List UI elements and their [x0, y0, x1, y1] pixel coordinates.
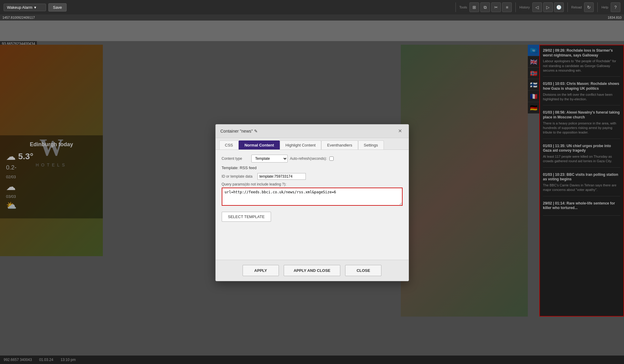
- history-clock-button[interactable]: 🕐: [554, 2, 564, 12]
- tab-highlight-content[interactable]: Highlight Content: [280, 140, 322, 150]
- ruler-coord-left: 1457.8100922409117: [2, 16, 35, 19]
- save-button[interactable]: Save: [48, 3, 67, 11]
- history-section: History ◁ ▷ 🕐: [515, 2, 564, 12]
- history-label: History: [519, 5, 530, 9]
- auto-refresh-checkbox[interactable]: [329, 156, 334, 161]
- grid-icon-button[interactable]: ⊞: [469, 2, 479, 12]
- content-type-row: Content type Template Auto-refresh(secon…: [222, 155, 403, 163]
- ruler-bar: 1457.8100922409117 1834.810: [0, 14, 624, 21]
- content-type-select[interactable]: Template: [251, 155, 288, 163]
- query-label: Query params(do not include leading ?):: [222, 182, 403, 186]
- select-template-button[interactable]: SELECT TEMPLATE: [222, 212, 271, 222]
- content-type-label: Content type: [222, 156, 249, 161]
- reload-label: Reload: [571, 5, 582, 9]
- apply-close-button[interactable]: APPLY AND CLOSE: [284, 265, 341, 276]
- modal-title-bar: Container "news" ✎ ✕: [216, 124, 409, 138]
- ruler-coord-right: 1834.810: [608, 16, 622, 19]
- wrench-icon-button[interactable]: ✂: [491, 2, 501, 12]
- id-input[interactable]: [257, 173, 306, 180]
- tools-label: Tools: [459, 5, 467, 9]
- close-button[interactable]: CLOSE: [345, 265, 381, 276]
- query-textarea[interactable]: url=http://feeds.bbci.co.uk/news/rss.xml…: [222, 188, 403, 206]
- modal-overlay: Container "news" ✎ ✕ CSS Normal Content …: [0, 41, 624, 364]
- modal-tab-bar: CSS Normal Content Highlight Content Eve…: [216, 138, 409, 150]
- layers-icon-button[interactable]: ⧉: [480, 2, 490, 12]
- tools-section: Tools ⊞ ⧉ ✂ ≡: [456, 2, 512, 12]
- id-label: ID or template data: [222, 174, 255, 179]
- reload-section: Reload ↻: [567, 2, 594, 12]
- top-toolbar: Wakeup Alarm ▾ Save Tools ⊞ ⧉ ✂ ≡ Histor…: [0, 0, 624, 14]
- template-name-label: Template: RSS feed: [222, 166, 403, 170]
- dropdown-chevron-icon: ▾: [34, 5, 36, 10]
- wakeup-alarm-dropdown[interactable]: Wakeup Alarm ▾: [4, 4, 46, 11]
- modal-title: Container "news" ✎: [221, 129, 258, 134]
- tab-eventhandlers[interactable]: Eventhandlers: [321, 140, 358, 150]
- modal-footer: APPLY APPLY AND CLOSE CLOSE: [216, 260, 409, 281]
- id-row: ID or template data: [222, 173, 403, 180]
- tab-settings[interactable]: Settings: [358, 140, 384, 150]
- modal-body: Content type Template Auto-refresh(secon…: [216, 150, 409, 260]
- redo-button[interactable]: ▷: [543, 2, 553, 12]
- auto-refresh-label: Auto-refresh(seconds):: [290, 156, 327, 161]
- modal-dialog: Container "news" ✎ ✕ CSS Normal Content …: [215, 124, 409, 281]
- apply-button[interactable]: APPLY: [243, 265, 279, 276]
- help-label: Help: [601, 5, 608, 9]
- reload-button[interactable]: ↻: [584, 2, 594, 12]
- tab-css[interactable]: CSS: [219, 140, 239, 150]
- undo-button[interactable]: ◁: [532, 2, 542, 12]
- modal-close-x-button[interactable]: ✕: [397, 127, 404, 135]
- stack-icon-button[interactable]: ≡: [502, 2, 512, 12]
- canvas-area: 93.66576234400434 W HOTELS Edinburgh tod…: [0, 21, 624, 364]
- tab-normal-content[interactable]: Normal Content: [239, 140, 280, 150]
- help-button[interactable]: ?: [611, 2, 620, 12]
- help-section: Help ?: [597, 2, 620, 12]
- dropdown-label: Wakeup Alarm: [7, 5, 32, 10]
